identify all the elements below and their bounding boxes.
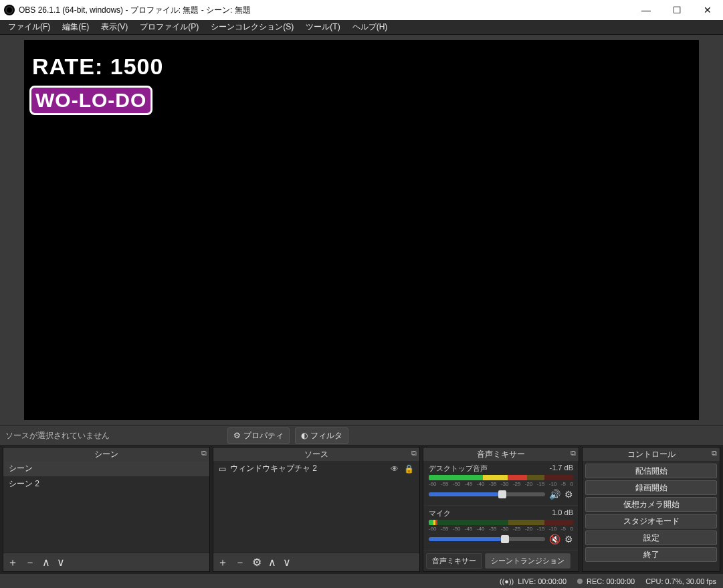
filter-icon: ◐: [301, 431, 308, 440]
scenes-dock: シーン ⧉ シーン シーン 2 ＋ － ∧ ∨: [3, 447, 210, 572]
menu-tools[interactable]: ツール(T): [300, 20, 345, 34]
source-properties-button[interactable]: ⚙: [252, 557, 262, 568]
mixer-channel-mic: マイク 1.0 dB -60-55-50-45-40-35-30-25-20-1…: [423, 506, 579, 551]
mixer-header: 音声ミキサー ⧉: [423, 448, 579, 461]
move-down-button[interactable]: ∨: [283, 557, 291, 568]
overlay-wolodo-text: WO-LO-DO: [29, 86, 152, 115]
add-scene-button[interactable]: ＋: [7, 557, 18, 568]
channel-db: -1.7 dB: [550, 464, 573, 474]
popout-icon[interactable]: ⧉: [201, 449, 207, 458]
statusbar: ((●)) LIVE: 00:00:00 REC: 00:00:00 CPU: …: [0, 573, 723, 588]
source-item[interactable]: ▭ ウィンドウキャプチャ 2 👁 🔒: [213, 461, 419, 476]
menu-profile[interactable]: プロファイル(P): [134, 20, 204, 34]
popout-icon[interactable]: ⧉: [712, 449, 717, 458]
channel-name: マイク: [429, 508, 451, 518]
move-up-button[interactable]: ∧: [268, 557, 276, 568]
sources-dock: ソース ⧉ ▭ ウィンドウキャプチャ 2 👁 🔒 ＋ － ⚙ ∧ ∨: [213, 447, 420, 572]
scene-item[interactable]: シーン 2: [3, 476, 209, 492]
scene-item[interactable]: シーン: [3, 461, 209, 476]
scenes-header: シーン ⧉: [3, 448, 209, 461]
db-scale: -60-55-50-45-40-35-30-25-20-15-10-50: [429, 481, 573, 487]
titlebar: OBS 26.1.1 (64-bit, windows) - プロファイル: 無…: [0, 0, 723, 20]
mixer-tabs: 音声ミキサー シーントランジション: [423, 551, 579, 571]
virtual-camera-button[interactable]: 仮想カメラ開始: [585, 497, 717, 512]
controls-header: コントロール ⧉: [583, 448, 720, 461]
menu-help[interactable]: ヘルプ(H): [347, 20, 393, 34]
obs-logo-icon: [4, 5, 15, 15]
properties-label: プロパティ: [243, 430, 284, 442]
start-record-button[interactable]: 録画開始: [585, 480, 717, 495]
volume-slider[interactable]: [429, 537, 545, 541]
live-status: ((●)) LIVE: 00:00:00: [500, 577, 566, 585]
preview-area: RATE: 1500 WO-LO-DO: [0, 35, 723, 425]
mixer-tab[interactable]: 音声ミキサー: [426, 553, 482, 569]
scenes-list: シーン シーン 2: [3, 461, 209, 492]
vu-meter: [429, 475, 573, 480]
preview-canvas[interactable]: RATE: 1500 WO-LO-DO: [24, 40, 699, 420]
start-stream-button[interactable]: 配信開始: [585, 464, 717, 478]
speaker-muted-icon[interactable]: 🔇: [549, 534, 560, 545]
scenes-footer: ＋ － ∧ ∨: [3, 553, 209, 571]
gear-icon: ⚙: [233, 431, 241, 440]
gear-icon[interactable]: ⚙: [564, 489, 573, 500]
controls-title: コントロール: [627, 449, 676, 460]
live-text: LIVE: 00:00:00: [518, 577, 566, 585]
remove-scene-button[interactable]: －: [25, 557, 35, 568]
lock-icon[interactable]: 🔒: [404, 464, 414, 474]
settings-button[interactable]: 設定: [585, 530, 717, 545]
docks-row: シーン ⧉ シーン シーン 2 ＋ － ∧ ∨ ソース ⧉ ▭ ウィンドウキャプ…: [0, 446, 723, 573]
minimize-button[interactable]: ―: [631, 0, 661, 20]
preview-toolbar: ソースが選択されていません ⚙ プロパティ ◐ フィルタ: [0, 425, 723, 446]
menubar: ファイル(F) 編集(E) 表示(V) プロファイル(P) シーンコレクション(…: [0, 20, 723, 35]
channel-db: 1.0 dB: [552, 508, 573, 518]
mixer-dock: 音声ミキサー ⧉ デスクトップ音声 -1.7 dB -60-55-50-45-4…: [423, 447, 579, 572]
broadcast-icon: ((●)): [500, 577, 514, 585]
popout-icon[interactable]: ⧉: [571, 449, 576, 458]
sources-title: ソース: [304, 449, 328, 460]
no-source-hint: ソースが選択されていません: [5, 430, 110, 442]
popout-icon[interactable]: ⧉: [411, 449, 417, 458]
record-dot-icon: [577, 579, 583, 584]
cpu-text: CPU: 0.7%, 30.00 fps: [645, 577, 716, 585]
mixer-channel-desktop: デスクトップ音声 -1.7 dB -60-55-50-45-40-35-30-2…: [423, 461, 579, 506]
remove-source-button[interactable]: －: [235, 557, 245, 568]
vu-meter: [429, 520, 573, 525]
window-title: OBS 26.1.1 (64-bit, windows) - プロファイル: 無…: [19, 5, 631, 16]
add-source-button[interactable]: ＋: [217, 557, 228, 568]
filters-button[interactable]: ◐ フィルタ: [295, 427, 348, 444]
speaker-icon[interactable]: 🔊: [549, 489, 560, 500]
sources-header: ソース ⧉: [213, 448, 419, 461]
rec-status: REC: 00:00:00: [577, 577, 635, 585]
overlay-rate-text: RATE: 1500: [32, 54, 163, 80]
move-down-button[interactable]: ∨: [57, 557, 65, 568]
window-capture-icon: ▭: [219, 464, 226, 474]
scene-label: シーン: [9, 463, 33, 474]
gear-icon[interactable]: ⚙: [564, 534, 573, 545]
sources-footer: ＋ － ⚙ ∧ ∨: [213, 553, 419, 571]
volume-slider[interactable]: [429, 492, 545, 496]
db-scale: -60-55-50-45-40-35-30-25-20-15-10-50: [429, 526, 573, 532]
filters-label: フィルタ: [310, 430, 342, 442]
channel-name: デスクトップ音声: [429, 464, 488, 474]
maximize-button[interactable]: ☐: [661, 0, 692, 20]
source-label: ウィンドウキャプチャ 2: [230, 463, 317, 474]
rec-text: REC: 00:00:00: [587, 577, 635, 585]
menu-scene-collection[interactable]: シーンコレクション(S): [205, 20, 299, 34]
move-up-button[interactable]: ∧: [42, 557, 50, 568]
exit-button[interactable]: 終了: [585, 547, 717, 562]
mixer-title: 音声ミキサー: [477, 449, 525, 460]
scenes-title: シーン: [94, 449, 118, 460]
properties-button[interactable]: ⚙ プロパティ: [227, 427, 290, 444]
controls-dock: コントロール ⧉ 配信開始 録画開始 仮想カメラ開始 スタジオモード 設定 終了: [582, 447, 720, 572]
cpu-status: CPU: 0.7%, 30.00 fps: [645, 577, 716, 585]
menu-edit[interactable]: 編集(E): [57, 20, 94, 34]
studio-mode-button[interactable]: スタジオモード: [585, 514, 717, 528]
menu-file[interactable]: ファイル(F): [3, 20, 56, 34]
transitions-tab[interactable]: シーントランジション: [485, 553, 571, 569]
eye-icon[interactable]: 👁: [391, 464, 399, 474]
scene-label: シーン 2: [9, 478, 39, 490]
menu-view[interactable]: 表示(V): [96, 20, 133, 34]
close-button[interactable]: ✕: [692, 0, 723, 20]
sources-list: ▭ ウィンドウキャプチャ 2 👁 🔒: [213, 461, 419, 476]
